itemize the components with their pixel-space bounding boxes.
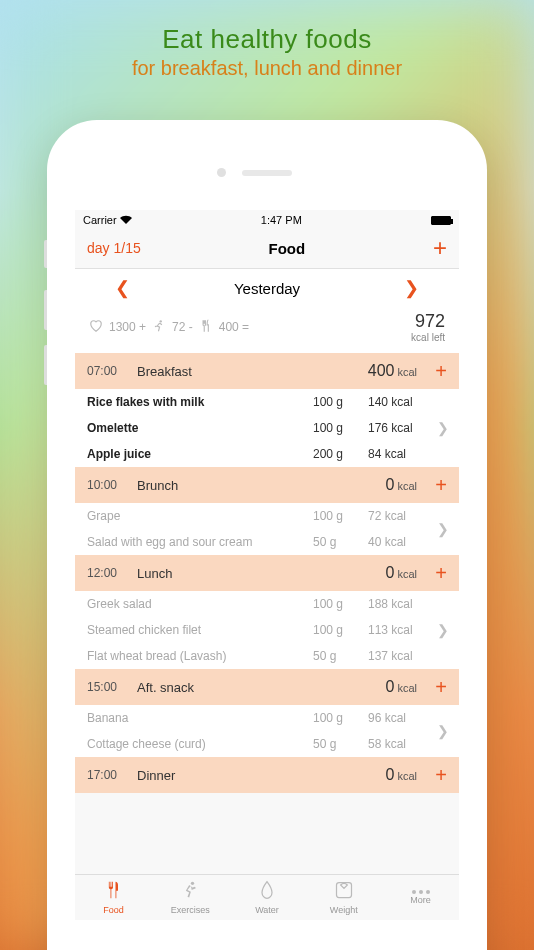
food-row: Flat wheat bread (Lavash)50 g137 kcal [75, 643, 459, 669]
add-food-breakfast[interactable]: + [417, 361, 447, 381]
meal-time: 10:00 [87, 478, 137, 492]
promo-subtitle: for breakfast, lunch and dinner [20, 57, 514, 80]
meal-kcal: 400 [368, 362, 395, 380]
food-group-breakfast[interactable]: Rice flakes with milk100 g140 kcal Omele… [75, 389, 459, 467]
add-button[interactable]: + [433, 236, 447, 260]
phone-frame: Carrier 1:47 PM day 1/15 Food + ❮ Yester… [47, 120, 487, 950]
add-food-snack[interactable]: + [417, 677, 447, 697]
meal-header-breakfast[interactable]: 07:00 Breakfast 400kcal + [75, 353, 459, 389]
tab-food[interactable]: Food [75, 875, 152, 920]
meal-kcal: 0 [386, 766, 395, 784]
base-calories: 1300 + [109, 320, 146, 334]
tab-label: Food [103, 905, 124, 915]
tab-label: More [410, 895, 431, 905]
meal-kcal: 0 [386, 678, 395, 696]
meal-time: 12:00 [87, 566, 137, 580]
tab-exercises[interactable]: Exercises [152, 875, 229, 920]
food-row: Rice flakes with milk100 g140 kcal [75, 389, 459, 415]
date-label[interactable]: Yesterday [234, 280, 300, 297]
date-selector: ❮ Yesterday ❯ [75, 269, 459, 307]
food-row: Salad with egg and sour cream50 g40 kcal [75, 529, 459, 555]
battery-icon [431, 216, 451, 225]
food-row: Greek salad100 g188 kcal [75, 591, 459, 617]
meal-time: 17:00 [87, 768, 137, 782]
next-day-button[interactable]: ❯ [404, 277, 419, 299]
remaining-kcal: 972 [411, 311, 445, 332]
tab-label: Exercises [171, 905, 210, 915]
meal-kcal: 0 [386, 476, 395, 494]
food-row: Banana100 g96 kcal [75, 705, 459, 731]
meal-header-snack[interactable]: 15:00 Aft. snack 0kcal + [75, 669, 459, 705]
meal-name: Dinner [137, 768, 327, 783]
food-row: Apple juice200 g84 kcal [75, 441, 459, 467]
meal-header-lunch[interactable]: 12:00 Lunch 0kcal + [75, 555, 459, 591]
svg-point-1 [191, 882, 194, 885]
scale-icon [333, 880, 355, 904]
food-calories: 400 = [219, 320, 249, 334]
promo-header: Eat healthy foods for breakfast, lunch a… [0, 0, 534, 94]
tab-label: Weight [330, 905, 358, 915]
day-counter[interactable]: day 1/15 [87, 240, 141, 256]
svg-point-0 [160, 320, 162, 322]
meal-time: 15:00 [87, 680, 137, 694]
tab-label: Water [255, 905, 279, 915]
tab-more[interactable]: More [382, 875, 459, 920]
running-icon [152, 319, 166, 336]
exercise-calories: 72 - [172, 320, 193, 334]
running-icon [179, 880, 201, 904]
chevron-right-icon: ❯ [437, 521, 449, 537]
add-food-dinner[interactable]: + [417, 765, 447, 785]
food-row: Steamed chicken filet100 g113 kcal [75, 617, 459, 643]
promo-title: Eat healthy foods [20, 24, 514, 55]
meal-header-dinner[interactable]: 17:00 Dinner 0kcal + [75, 757, 459, 793]
meal-time: 07:00 [87, 364, 137, 378]
page-title: Food [269, 240, 306, 257]
heart-icon [89, 319, 103, 336]
meal-name: Aft. snack [137, 680, 327, 695]
water-drop-icon [256, 880, 278, 904]
tab-weight[interactable]: Weight [305, 875, 382, 920]
fork-icon [199, 319, 213, 336]
utensils-icon [102, 880, 124, 904]
food-group-lunch[interactable]: Greek salad100 g188 kcal Steamed chicken… [75, 591, 459, 669]
calorie-summary: 1300 + 72 - 400 = 972 kcal left [75, 307, 459, 353]
meal-header-brunch[interactable]: 10:00 Brunch 0kcal + [75, 467, 459, 503]
tab-bar: Food Exercises Water Weight More [75, 874, 459, 920]
nav-bar: day 1/15 Food + [75, 230, 459, 269]
meal-name: Breakfast [137, 364, 327, 379]
wifi-icon [120, 214, 132, 226]
status-bar: Carrier 1:47 PM [75, 210, 459, 230]
chevron-right-icon: ❯ [437, 622, 449, 638]
food-group-snack[interactable]: Banana100 g96 kcal Cottage cheese (curd)… [75, 705, 459, 757]
meal-name: Lunch [137, 566, 327, 581]
food-group-brunch[interactable]: Grape100 g72 kcal Salad with egg and sou… [75, 503, 459, 555]
tab-water[interactable]: Water [229, 875, 306, 920]
carrier-label: Carrier [83, 214, 117, 226]
add-food-lunch[interactable]: + [417, 563, 447, 583]
food-row: Omelette100 g176 kcal [75, 415, 459, 441]
remaining-label: kcal left [411, 332, 445, 343]
more-icon [412, 890, 430, 894]
clock: 1:47 PM [261, 214, 302, 226]
add-food-brunch[interactable]: + [417, 475, 447, 495]
meal-kcal: 0 [386, 564, 395, 582]
food-row: Grape100 g72 kcal [75, 503, 459, 529]
prev-day-button[interactable]: ❮ [115, 277, 130, 299]
chevron-right-icon: ❯ [437, 723, 449, 739]
svg-rect-2 [336, 883, 351, 898]
food-row: Cottage cheese (curd)50 g58 kcal [75, 731, 459, 757]
meal-name: Brunch [137, 478, 327, 493]
chevron-right-icon: ❯ [437, 420, 449, 436]
